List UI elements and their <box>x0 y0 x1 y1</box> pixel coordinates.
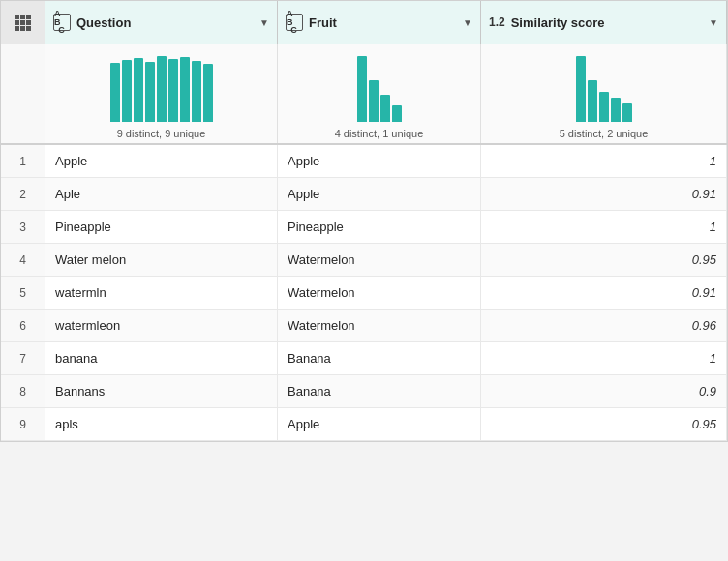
row-fruit: Banana <box>278 342 481 374</box>
fruit-dist-label: 4 distinct, 1 unique <box>335 128 424 139</box>
bar <box>576 56 586 122</box>
bar <box>611 98 621 122</box>
row-index: 6 <box>1 310 46 341</box>
bar <box>369 80 379 122</box>
bar <box>145 62 155 122</box>
bar <box>168 59 178 122</box>
bar <box>134 58 143 122</box>
bar <box>599 92 609 122</box>
row-score: 0.96 <box>481 310 727 341</box>
row-score: 0.91 <box>481 277 727 309</box>
bar <box>157 56 167 122</box>
row-score: 0.9 <box>481 375 727 407</box>
row-index: 9 <box>1 408 46 440</box>
table-icon-cell <box>1 1 46 44</box>
row-question: Pineapple <box>46 211 278 243</box>
row-index: 2 <box>1 178 46 210</box>
row-index: 5 <box>1 277 46 309</box>
row-index: 7 <box>1 342 46 374</box>
bar <box>122 60 132 122</box>
main-table: A BC Question ▼ A BC Fruit ▼ 1.2 S <box>0 0 728 442</box>
score-sort-icon[interactable]: ▼ <box>709 17 718 28</box>
row-fruit: Watermelon <box>278 244 481 276</box>
row-index: 8 <box>1 375 46 407</box>
table-row: 5 watermln Watermelon 0.91 <box>1 277 727 310</box>
row-question: Bannans <box>46 375 278 407</box>
row-question: Water melon <box>46 244 278 276</box>
table-row: 7 banana Banana 1 <box>1 342 727 375</box>
question-dist-label: 9 distinct, 9 unique <box>117 128 206 139</box>
bar <box>357 56 367 122</box>
bar <box>180 57 190 122</box>
table-body: 1 Apple Apple 1 2 Aple Apple 0.91 3 Pine… <box>1 145 727 441</box>
bar <box>622 103 632 122</box>
row-index: 3 <box>1 211 46 243</box>
bar <box>392 105 402 122</box>
question-type-icon: A BC <box>53 14 71 31</box>
row-score: 0.91 <box>481 178 727 210</box>
row-question: watermleon <box>46 310 278 341</box>
dist-question: 9 distinct, 9 unique <box>46 44 278 143</box>
table-header: A BC Question ▼ A BC Fruit ▼ 1.2 S <box>1 1 727 44</box>
score-dist-label: 5 distinct, 2 unique <box>560 128 649 139</box>
distribution-row: 9 distinct, 9 unique 4 distinct, 1 uniqu… <box>1 44 727 145</box>
row-question: banana <box>46 342 278 374</box>
score-type-icon: 1.2 <box>489 16 505 28</box>
table-row: 9 apls Apple 0.95 <box>1 408 727 441</box>
score-col-title: Similarity score <box>511 15 605 30</box>
row-score: 1 <box>481 342 727 374</box>
row-fruit: Apple <box>278 145 481 177</box>
row-question: watermln <box>46 277 278 309</box>
table-row: 1 Apple Apple 1 <box>1 145 727 178</box>
column-header-fruit[interactable]: A BC Fruit ▼ <box>278 1 481 44</box>
table-row: 4 Water melon Watermelon 0.95 <box>1 244 727 277</box>
row-score: 0.95 <box>481 244 727 276</box>
fruit-type-icon: A BC <box>286 14 303 31</box>
row-fruit: Apple <box>278 408 481 440</box>
dist-score: 5 distinct, 2 unique <box>481 44 727 143</box>
bar <box>203 64 213 122</box>
row-question: Apple <box>46 145 278 177</box>
bar <box>192 61 201 122</box>
row-fruit: Banana <box>278 375 481 407</box>
question-col-title: Question <box>76 15 131 30</box>
row-score: 0.95 <box>481 408 727 440</box>
table-row: 3 Pineapple Pineapple 1 <box>1 211 727 244</box>
column-header-question[interactable]: A BC Question ▼ <box>46 1 278 44</box>
table-row: 2 Aple Apple 0.91 <box>1 178 727 211</box>
row-fruit: Watermelon <box>278 277 481 309</box>
score-bars <box>576 54 632 122</box>
fruit-bars <box>357 54 402 122</box>
column-header-score[interactable]: 1.2 Similarity score ▼ <box>481 1 727 44</box>
row-fruit: Pineapple <box>278 211 481 243</box>
row-fruit: Watermelon <box>278 310 481 341</box>
row-index: 1 <box>1 145 46 177</box>
bar <box>380 95 390 122</box>
row-index: 4 <box>1 244 46 276</box>
bar <box>588 80 597 122</box>
row-score: 1 <box>481 145 727 177</box>
table-row: 8 Bannans Banana 0.9 <box>1 375 727 408</box>
row-fruit: Apple <box>278 178 481 210</box>
question-bars <box>110 54 213 122</box>
fruit-sort-icon[interactable]: ▼ <box>463 17 472 28</box>
row-question: Aple <box>46 178 278 210</box>
grid-icon <box>15 15 31 31</box>
fruit-col-title: Fruit <box>309 15 337 30</box>
bar <box>110 63 120 122</box>
dist-index-spacer <box>1 44 46 143</box>
table-row: 6 watermleon Watermelon 0.96 <box>1 310 727 342</box>
question-sort-icon[interactable]: ▼ <box>259 17 269 28</box>
row-question: apls <box>46 408 278 440</box>
dist-fruit: 4 distinct, 1 unique <box>278 44 481 143</box>
row-score: 1 <box>481 211 727 243</box>
